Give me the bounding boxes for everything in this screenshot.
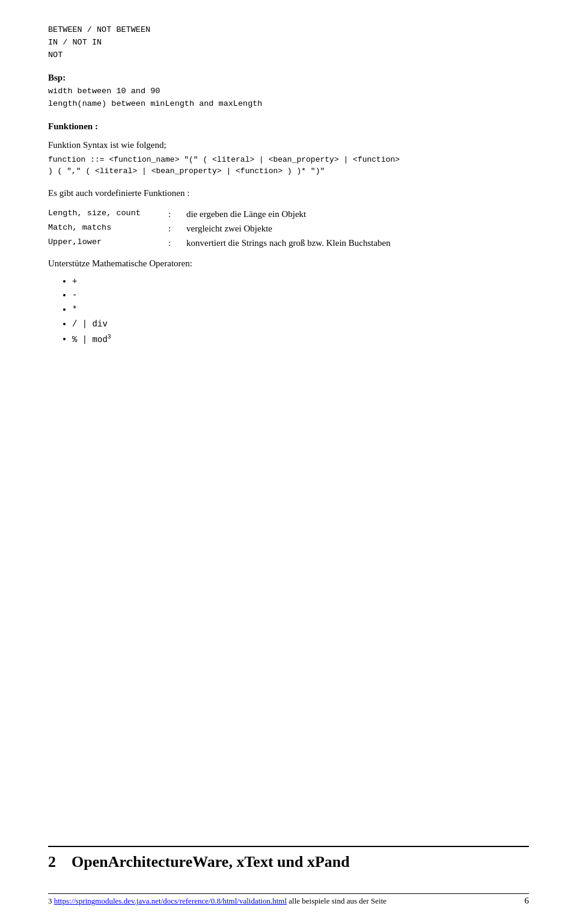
section-2-wrapper: 2 OpenArchitectureWare, xText und xPand: [48, 835, 529, 876]
fn-desc-cell: die ergeben die Länge ein Objekt: [186, 207, 529, 221]
syntax-line1: function ::= <function_name> "(" ( <lite…: [48, 154, 529, 166]
fn-desc-cell: konvertiert die Strings nach groß bzw. K…: [186, 236, 529, 250]
between-line1: BETWEEN / NOT BETWEEN: [48, 24, 529, 37]
between-lines: BETWEEN / NOT BETWEEN IN / NOT IN NOT: [48, 24, 529, 62]
section-2-number: 2: [48, 853, 56, 870]
vordefiniert-section: Es gibt auch vordefinierte Funktionen : …: [48, 188, 529, 250]
footnote-text: alle beispiele sind aus der Seite: [288, 896, 386, 905]
operatoren-label: Unterstütze Mathematische Operatoren:: [48, 259, 529, 269]
fn-name-cell: Length, size, count: [48, 207, 168, 221]
vordefiniert-label: Es gibt auch vordefinierte Funktionen :: [48, 188, 529, 198]
funktionen-section: Funktionen : Funktion Syntax ist wie fol…: [48, 121, 529, 177]
list-item: % | mod3: [72, 332, 529, 347]
page-content: BETWEEN / NOT BETWEEN IN / NOT IN NOT Bs…: [0, 0, 577, 924]
between-line2: IN / NOT IN: [48, 37, 529, 49]
page-number: 6: [525, 896, 530, 906]
section-2-title: 2 OpenArchitectureWare, xText und xPand: [48, 846, 529, 871]
table-row: Upper,lower:konvertiert die Strings nach…: [48, 236, 529, 250]
bsp-line1: width between 10 and 90: [48, 85, 529, 98]
fn-colon-cell: :: [168, 236, 186, 250]
list-item: / | div: [72, 317, 529, 332]
footnote-link[interactable]: https://springmodules.dev.java.net/docs/…: [54, 896, 287, 905]
op-list: +-*/ | div% | mod3: [72, 275, 529, 347]
footnote-number: 3: [48, 896, 54, 905]
fn-name-cell: Match, matchs: [48, 221, 168, 236]
funktion-syntax-label: Funktion Syntax ist wie folgend;: [48, 140, 529, 150]
bsp-label: Bsp:: [48, 73, 529, 83]
syntax-line2: ) ( "," ( <literal> | <bean_property> | …: [48, 165, 529, 177]
table-row: Match, matchs:vergleicht zwei Objekte: [48, 221, 529, 236]
fn-colon-cell: :: [168, 207, 186, 221]
fn-colon-cell: :: [168, 221, 186, 236]
fn-desc-cell: vergleicht zwei Objekte: [186, 221, 529, 236]
function-table: Length, size, count:die ergeben die Läng…: [48, 207, 529, 250]
between-line3: NOT: [48, 49, 529, 62]
funktionen-header: Funktionen :: [48, 121, 529, 132]
bsp-section: Bsp: width between 10 and 90 length(name…: [48, 73, 529, 111]
footnote: 3 https://springmodules.dev.java.net/doc…: [48, 893, 529, 906]
superscript: 3: [108, 334, 111, 340]
fn-name-cell: Upper,lower: [48, 236, 168, 250]
section-2-text: OpenArchitectureWare, xText und xPand: [72, 853, 350, 870]
list-item: +: [72, 275, 529, 289]
list-item: *: [72, 303, 529, 317]
function-definition: function ::= <function_name> "(" ( <lite…: [48, 154, 529, 177]
bsp-line2: length(name) between minLength and maxLe…: [48, 98, 529, 111]
operatoren-section: Unterstütze Mathematische Operatoren: +-…: [48, 259, 529, 347]
table-row: Length, size, count:die ergeben die Läng…: [48, 207, 529, 221]
list-item: -: [72, 289, 529, 303]
between-block: BETWEEN / NOT BETWEEN IN / NOT IN NOT: [48, 24, 529, 62]
bsp-code: width between 10 and 90 length(name) bet…: [48, 85, 529, 111]
